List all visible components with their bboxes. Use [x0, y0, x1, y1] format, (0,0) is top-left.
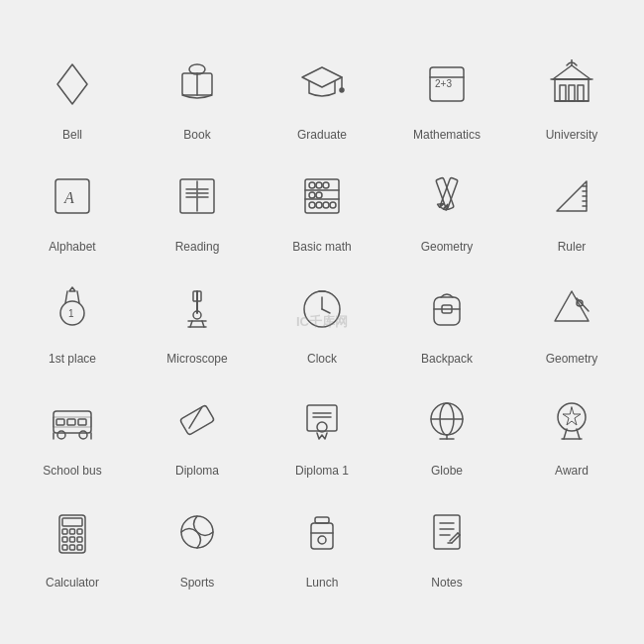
svg-point-75: [79, 431, 87, 439]
svg-point-74: [57, 431, 65, 439]
diploma-icon: [162, 388, 232, 458]
svg-rect-99: [62, 537, 67, 542]
icon-item-reading[interactable]: Reading: [138, 155, 257, 259]
icon-item-book[interactable]: Book: [138, 43, 257, 147]
icon-item-school-bus[interactable]: School bus: [13, 378, 132, 483]
row-2: A Alphabet Reading: [10, 155, 634, 259]
icon-item-graduate[interactable]: Graduate: [263, 43, 381, 147]
svg-marker-3: [302, 67, 342, 87]
backpack-label: Backpack: [421, 352, 473, 366]
geometry2-icon: [537, 276, 606, 346]
icon-grid: Bell Book: [5, 33, 639, 612]
icon-item-notes[interactable]: Notes: [387, 490, 506, 594]
svg-point-30: [309, 182, 315, 188]
bell-icon: [38, 53, 107, 122]
bell-label: Bell: [62, 128, 82, 142]
icon-item-calculator[interactable]: Calculator: [13, 490, 132, 594]
row-5: Calculator Sports: [10, 490, 634, 594]
microscope-icon: [162, 276, 232, 346]
icon-item-diploma[interactable]: Diploma: [138, 378, 257, 483]
icon-item-clock[interactable]: Clock: [263, 267, 381, 371]
svg-rect-96: [62, 529, 67, 534]
globe-label: Globe: [431, 464, 463, 478]
icon-item-geometry2[interactable]: Geometry: [512, 267, 631, 371]
geometry2-label: Geometry: [546, 352, 598, 366]
svg-rect-101: [77, 537, 82, 542]
book-icon: [162, 53, 232, 122]
svg-rect-78: [180, 405, 215, 436]
icon-item-lunch[interactable]: Lunch: [263, 490, 381, 594]
svg-rect-63: [434, 297, 460, 325]
svg-rect-71: [56, 419, 64, 425]
svg-point-109: [318, 536, 326, 544]
notes-label: Notes: [431, 576, 462, 590]
svg-rect-14: [578, 85, 584, 101]
ruler-label: Ruler: [558, 240, 587, 254]
icon-item-1st-place[interactable]: 1 1st place: [13, 267, 132, 371]
school-bus-label: School bus: [43, 464, 101, 478]
icon-item-microscope[interactable]: Microscope: [138, 267, 257, 371]
alphabet-icon: A: [38, 164, 107, 234]
calculator-label: Calculator: [46, 576, 99, 590]
diploma1-label: Diploma 1: [295, 464, 349, 478]
icon-item-geometry1[interactable]: Geometry: [387, 155, 506, 259]
svg-marker-90: [563, 407, 581, 425]
svg-point-35: [309, 202, 315, 208]
svg-line-92: [577, 429, 580, 439]
svg-line-114: [450, 533, 458, 541]
svg-rect-97: [70, 529, 75, 534]
svg-text:1: 1: [68, 308, 74, 319]
university-icon: [537, 53, 606, 122]
icon-item-backpack[interactable]: Backpack: [387, 267, 506, 371]
book-label: Book: [183, 128, 210, 142]
mathematics-icon: 2+3: [412, 53, 482, 122]
svg-line-91: [564, 429, 567, 439]
svg-rect-13: [569, 85, 575, 101]
icon-item-ruler[interactable]: Ruler: [512, 155, 631, 259]
icon-item-sports[interactable]: Sports: [138, 490, 257, 594]
microscope-label: Microscope: [166, 352, 227, 366]
icon-item-alphabet[interactable]: A Alphabet: [13, 155, 132, 259]
basic-math-icon: [287, 164, 357, 234]
basic-math-label: Basic math: [292, 240, 351, 254]
icon-item-empty: [512, 490, 631, 594]
diploma-label: Diploma: [175, 464, 219, 478]
svg-point-31: [316, 182, 322, 188]
ruler-icon: [537, 164, 606, 234]
university-label: University: [546, 128, 598, 142]
icon-item-diploma1[interactable]: Diploma 1: [263, 378, 381, 483]
graduate-icon: [287, 53, 357, 122]
diploma1-icon: [287, 388, 357, 458]
calculator-icon: [38, 500, 107, 570]
svg-point-36: [316, 202, 322, 208]
icon-item-award[interactable]: Award: [512, 378, 631, 483]
mathematics-label: Mathematics: [413, 128, 481, 142]
award-label: Award: [555, 464, 589, 478]
clock-icon: [287, 276, 357, 346]
svg-text:2+3: 2+3: [435, 78, 452, 89]
svg-point-34: [316, 192, 322, 198]
svg-rect-106: [315, 517, 329, 523]
icon-item-globe[interactable]: Globe: [387, 378, 506, 483]
notes-icon: [412, 500, 482, 570]
svg-point-37: [323, 202, 329, 208]
icon-item-bell[interactable]: Bell: [13, 43, 132, 147]
svg-marker-11: [553, 65, 590, 79]
sports-icon: [162, 500, 232, 570]
svg-rect-102: [62, 545, 67, 550]
reading-label: Reading: [175, 240, 220, 254]
svg-point-5: [340, 88, 344, 92]
svg-line-57: [202, 321, 204, 327]
svg-rect-12: [560, 85, 566, 101]
row-1: Bell Book: [10, 43, 634, 147]
lunch-icon: [287, 500, 357, 570]
icon-item-university[interactable]: University: [512, 43, 631, 147]
clock-label: Clock: [307, 352, 337, 366]
geometry1-label: Geometry: [421, 240, 474, 254]
svg-text:A: A: [63, 189, 74, 206]
backpack-icon: [412, 276, 482, 346]
icon-item-basic-math[interactable]: Basic math: [263, 155, 381, 259]
svg-point-33: [309, 192, 315, 198]
icon-item-mathematics[interactable]: 2+3 Mathematics: [387, 43, 506, 147]
svg-rect-98: [77, 529, 82, 534]
